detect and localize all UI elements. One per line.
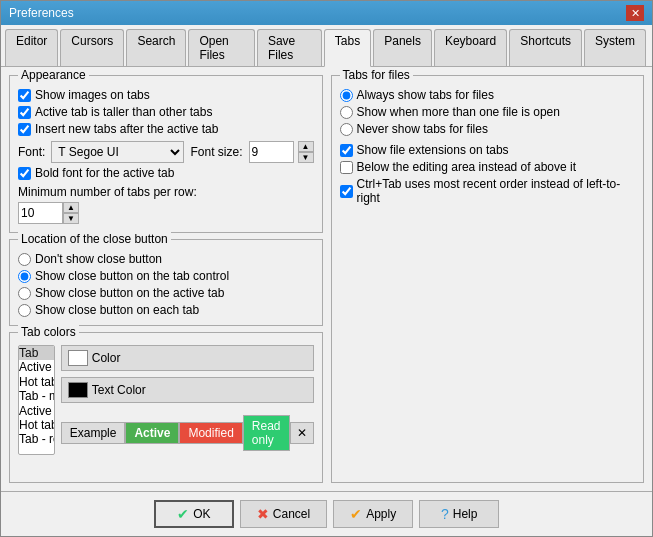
tab-bar: Editor Cursors Search Open Files Save Fi… (1, 25, 652, 67)
help-button[interactable]: ? Help (419, 500, 499, 528)
appearance-content: Show images on tabs Active tab is taller… (18, 88, 314, 224)
tab-list[interactable]: Tab Active tab Hot tab Tab - modified Ac… (18, 345, 55, 455)
no-close-radio[interactable] (18, 253, 31, 266)
ctrl-tab-row: Ctrl+Tab uses most recent order instead … (340, 177, 636, 205)
tab-list-container: Tab Active tab Hot tab Tab - modified Ac… (18, 345, 55, 478)
ctrl-tab-checkbox[interactable] (340, 185, 353, 198)
tab-colors-content: Tab Active tab Hot tab Tab - modified Ac… (18, 345, 314, 478)
list-item-hot-tab[interactable]: Hot tab (19, 375, 54, 389)
close-button-title: Location of the close button (18, 232, 171, 246)
color-swatch (68, 350, 88, 366)
font-size-spinner: ▲ ▼ (298, 141, 314, 163)
preview-modified-tab[interactable]: Modified (179, 422, 242, 444)
insert-new-tabs-row: Insert new tabs after the active tab (18, 122, 314, 136)
appearance-group: Appearance Show images on tabs Active ta… (9, 75, 323, 233)
bold-font-checkbox[interactable] (18, 167, 31, 180)
tab-search[interactable]: Search (126, 29, 186, 66)
font-size-up[interactable]: ▲ (298, 141, 314, 152)
never-show-radio[interactable] (340, 123, 353, 136)
show-images-label: Show images on tabs (35, 88, 150, 102)
min-tabs-down[interactable]: ▼ (63, 213, 79, 224)
min-tabs-input[interactable] (18, 202, 63, 224)
preview-example-tab[interactable]: Example (61, 422, 126, 444)
tab-system[interactable]: System (584, 29, 646, 66)
close-button-group: Location of the close button Don't show … (9, 239, 323, 326)
never-show-row: Never show tabs for files (340, 122, 636, 136)
active-tab-taller-checkbox[interactable] (18, 106, 31, 119)
tabs-for-files-content: Always show tabs for files Show when mor… (340, 88, 636, 205)
bold-font-label: Bold font for the active tab (35, 166, 174, 180)
insert-new-tabs-label: Insert new tabs after the active tab (35, 122, 218, 136)
ok-label: OK (193, 507, 210, 521)
tab-preview: Example Active Modified Read only (61, 415, 314, 451)
font-size-input[interactable] (249, 141, 294, 163)
tabs-for-files-title: Tabs for files (340, 68, 413, 82)
bold-font-row: Bold font for the active tab (18, 166, 314, 180)
tab-cursors[interactable]: Cursors (60, 29, 124, 66)
cancel-button[interactable]: ✖ Cancel (240, 500, 327, 528)
show-extensions-checkbox[interactable] (340, 144, 353, 157)
preferences-window: Preferences ✕ Editor Cursors Search Open… (0, 0, 653, 537)
tab-colors-group: Tab colors Tab Active tab Hot tab Tab - … (9, 332, 323, 483)
tabs-for-files-group: Tabs for files Always show tabs for file… (331, 75, 645, 483)
tab-keyboard[interactable]: Keyboard (434, 29, 507, 66)
insert-new-tabs-checkbox[interactable] (18, 123, 31, 136)
active-tab-taller-row: Active tab is taller than other tabs (18, 105, 314, 119)
below-editing-label: Below the editing area instead of above … (357, 160, 576, 174)
color-button[interactable]: Color (61, 345, 314, 371)
always-show-radio[interactable] (340, 89, 353, 102)
color-buttons: Color Text Color Example Active (61, 345, 314, 478)
close-active-tab-label: Show close button on the active tab (35, 286, 224, 300)
left-panel: Appearance Show images on tabs Active ta… (9, 75, 323, 483)
right-panel: Tabs for files Always show tabs for file… (331, 75, 645, 483)
apply-label: Apply (366, 507, 396, 521)
show-more-than-one-row: Show when more than one file is open (340, 105, 636, 119)
cancel-icon: ✖ (257, 506, 269, 522)
close-button[interactable]: ✕ (626, 5, 644, 21)
font-size-label: Font size: (190, 145, 242, 159)
tab-shortcuts[interactable]: Shortcuts (509, 29, 582, 66)
appearance-title: Appearance (18, 68, 89, 82)
show-images-checkbox[interactable] (18, 89, 31, 102)
close-active-tab-radio[interactable] (18, 287, 31, 300)
list-item-tab-readonly[interactable]: Tab - read only (19, 432, 54, 446)
close-each-tab-radio[interactable] (18, 304, 31, 317)
text-color-swatch (68, 382, 88, 398)
ok-icon: ✔ (177, 506, 189, 522)
min-tabs-label: Minimum number of tabs per row: (18, 185, 197, 199)
font-select[interactable]: T Segoe UI (51, 141, 184, 163)
preview-readonly-tab[interactable]: Read only (243, 415, 290, 451)
tab-open-files[interactable]: Open Files (188, 29, 254, 66)
no-close-row: Don't show close button (18, 252, 314, 266)
tab-editor[interactable]: Editor (5, 29, 58, 66)
ok-button[interactable]: ✔ OK (154, 500, 234, 528)
tab-panels[interactable]: Panels (373, 29, 432, 66)
close-tab-control-radio[interactable] (18, 270, 31, 283)
never-show-label: Never show tabs for files (357, 122, 488, 136)
preview-active-tab[interactable]: Active (125, 422, 179, 444)
below-editing-checkbox[interactable] (340, 161, 353, 174)
list-item-active-modified[interactable]: Active tab - modified (19, 404, 54, 418)
min-tabs-up[interactable]: ▲ (63, 202, 79, 213)
list-item-hot-modified[interactable]: Hot tab - modified (19, 418, 54, 432)
cancel-label: Cancel (273, 507, 310, 521)
show-more-than-one-label: Show when more than one file is open (357, 105, 560, 119)
tab-tabs[interactable]: Tabs (324, 29, 371, 67)
apply-button[interactable]: ✔ Apply (333, 500, 413, 528)
tab-colors-title: Tab colors (18, 325, 79, 339)
always-show-label: Always show tabs for files (357, 88, 494, 102)
list-item-tab[interactable]: Tab (19, 346, 54, 360)
ctrl-tab-label: Ctrl+Tab uses most recent order instead … (357, 177, 636, 205)
preview-close-tab[interactable]: ✕ (290, 422, 314, 444)
main-content: Appearance Show images on tabs Active ta… (1, 67, 652, 491)
list-item-tab-modified[interactable]: Tab - modified (19, 389, 54, 403)
list-item-active-tab[interactable]: Active tab (19, 360, 54, 374)
help-label: Help (453, 507, 478, 521)
text-color-button[interactable]: Text Color (61, 377, 314, 403)
tab-save-files[interactable]: Save Files (257, 29, 322, 66)
font-size-down[interactable]: ▼ (298, 152, 314, 163)
show-more-than-one-radio[interactable] (340, 106, 353, 119)
close-each-tab-row: Show close button on each tab (18, 303, 314, 317)
min-tabs-spinner: ▲ ▼ (63, 202, 79, 224)
always-show-row: Always show tabs for files (340, 88, 636, 102)
